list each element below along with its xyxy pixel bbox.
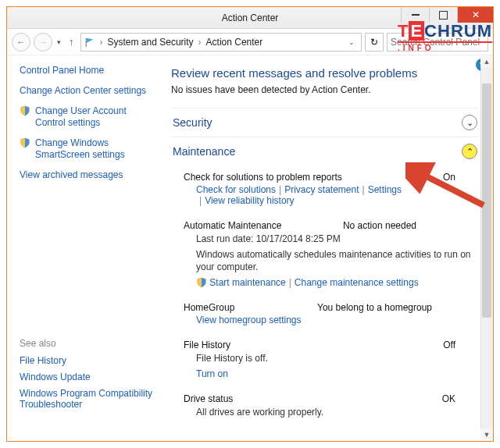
homegroup-status: You belong to a homegroup xyxy=(317,302,479,313)
seealso-file-history[interactable]: File History xyxy=(20,355,155,366)
flag-icon xyxy=(84,37,95,48)
chevron-up-icon: ⌃ xyxy=(462,144,477,159)
breadcrumb-action-center[interactable]: Action Center xyxy=(206,37,263,48)
scroll-thumb[interactable] xyxy=(482,84,491,318)
address-bar[interactable]: › System and Security › Action Center ⌄ xyxy=(80,33,362,52)
shield-icon xyxy=(20,137,30,148)
address-dropdown[interactable]: ⌄ xyxy=(345,38,358,46)
window-frame: Action Center ✕ ← → ▾ ↑ › System and Sec… xyxy=(6,6,494,442)
change-maintenance-settings-link[interactable]: Change maintenance settings xyxy=(295,277,419,288)
drive-status-title: Drive status xyxy=(184,393,233,404)
page-subtext: No issues have been detected by Action C… xyxy=(171,84,479,95)
sidebar-change-action-center[interactable]: Change Action Center settings xyxy=(20,85,155,98)
scrollbar[interactable]: ▲ ▼ xyxy=(480,55,493,441)
work-area: Control Panel Home Change Action Center … xyxy=(7,55,493,441)
see-also-section: See also File History Windows Update Win… xyxy=(20,338,155,410)
breadcrumb-system-security[interactable]: System and Security xyxy=(108,37,194,48)
sidebar-view-archived[interactable]: View archived messages xyxy=(20,169,155,182)
privacy-statement-link[interactable]: Privacy statement xyxy=(284,184,359,195)
file-history-group: File History Off File History is off. Tu… xyxy=(184,335,479,380)
view-homegroup-settings-link[interactable]: View homegroup settings xyxy=(196,315,302,325)
minimize-button[interactable] xyxy=(401,7,429,23)
sidebar-change-smartscreen[interactable]: Change Windows SmartScreen settings xyxy=(20,137,155,162)
sidebar-item-label: Change Windows SmartScreen settings xyxy=(35,137,155,162)
sidebar-item-label: View archived messages xyxy=(20,169,155,182)
drive-status-value: OK xyxy=(442,393,479,404)
security-section-header[interactable]: Security ⌄ xyxy=(171,108,479,137)
view-reliability-history-link[interactable]: View reliability history xyxy=(205,195,295,206)
problem-reports-row: Check for solutions to problem reports O… xyxy=(184,167,479,183)
start-maintenance-link[interactable]: Start maintenance xyxy=(209,277,285,288)
shield-icon xyxy=(196,277,207,288)
page-heading: Review recent messages and resolve probl… xyxy=(171,66,479,80)
history-dropdown[interactable]: ▾ xyxy=(55,38,62,46)
chevron-right-icon: › xyxy=(197,37,203,48)
maximize-button[interactable] xyxy=(429,7,457,23)
back-button[interactable]: ← xyxy=(12,33,30,52)
scroll-down-button[interactable]: ▼ xyxy=(480,428,493,441)
chevron-down-icon: ⌄ xyxy=(462,115,477,130)
check-for-solutions-link[interactable]: Check for solutions xyxy=(196,184,276,195)
maintenance-section-header[interactable]: Maintenance ⌃ xyxy=(171,137,479,165)
sidebar-item-label: Change Action Center settings xyxy=(20,85,155,98)
content-pane: ? Review recent messages and resolve pro… xyxy=(163,55,493,441)
window-title: Action Center xyxy=(222,12,279,23)
svg-rect-0 xyxy=(85,37,86,46)
automaint-title: Automatic Maintenance xyxy=(184,220,281,231)
problem-reports-links: Check for solutions|Privacy statement|Se… xyxy=(184,183,479,208)
shield-icon xyxy=(20,105,30,116)
forward-button[interactable]: → xyxy=(34,33,52,52)
problem-reports-title: Check for solutions to problem reports xyxy=(184,172,342,183)
filehistory-title: File History xyxy=(184,340,230,350)
chevron-right-icon: › xyxy=(98,37,105,48)
close-button[interactable]: ✕ xyxy=(457,7,493,23)
maintenance-body: Check for solutions to problem reports O… xyxy=(171,165,479,425)
seealso-windows-update[interactable]: Windows Update xyxy=(20,372,155,382)
automaint-desc: Windows automatically schedules maintena… xyxy=(184,247,479,275)
control-panel-home-link[interactable]: Control Panel Home xyxy=(20,65,155,76)
filehistory-status: Off xyxy=(443,340,479,350)
sidebar-item-label: Change User Account Control settings xyxy=(35,105,155,130)
problem-reports-status: On xyxy=(443,172,479,183)
homegroup-group: HomeGroup You belong to a homegroup View… xyxy=(184,297,479,327)
sidebar-change-uac[interactable]: Change User Account Control settings xyxy=(20,105,155,130)
see-also-heading: See also xyxy=(20,338,155,349)
security-title: Security xyxy=(173,116,212,129)
up-button[interactable]: ↑ xyxy=(66,36,77,48)
drive-status-group: Drive status OK All drives are working p… xyxy=(184,389,479,420)
automaint-last-run: Last run date: 10/17/2014 8:25 PM xyxy=(184,231,479,247)
svg-marker-1 xyxy=(86,37,93,42)
settings-link[interactable]: Settings xyxy=(368,184,402,195)
scroll-up-button[interactable]: ▲ xyxy=(480,55,493,68)
homegroup-title: HomeGroup xyxy=(184,302,234,313)
automatic-maintenance-group: Automatic Maintenance No action needed L… xyxy=(184,215,479,290)
automaint-status: No action needed xyxy=(343,220,479,231)
sidebar: Control Panel Home Change Action Center … xyxy=(7,55,163,441)
seealso-program-compat[interactable]: Windows Program Compatibility Troublesho… xyxy=(20,388,155,410)
filehistory-desc: File History is off. xyxy=(184,350,479,366)
maintenance-title: Maintenance xyxy=(173,145,235,158)
turn-on-file-history-link[interactable]: Turn on xyxy=(196,368,228,379)
drive-status-desc: All drives are working properly. xyxy=(184,404,479,420)
refresh-button[interactable]: ↻ xyxy=(365,33,384,52)
watermark-logo: TECHRUM .INFO xyxy=(398,23,492,52)
